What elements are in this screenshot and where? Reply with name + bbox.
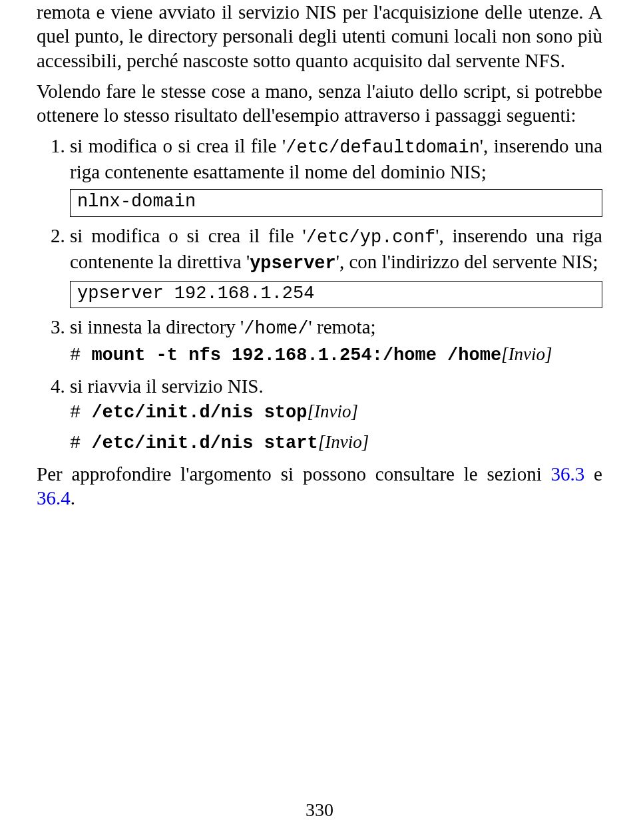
key-open: [ — [501, 344, 509, 364]
key-close: ] — [362, 432, 369, 452]
step-3-cmd-text: mount -t nfs 192.168.1.254:/home /home — [91, 345, 501, 365]
step-2-code-1: /etc/yp.conf — [306, 228, 435, 248]
step-1-codebox: nlnx-domain — [70, 189, 602, 217]
link-36-4[interactable]: 36.4 — [37, 487, 71, 509]
paragraph-2: Volendo fare le stesse cose a mano, senz… — [37, 79, 602, 128]
step-3-text-post: ' remota; — [309, 316, 376, 337]
prompt-hash: # — [70, 345, 91, 365]
step-1: si modifica o si crea il file '/etc/defa… — [70, 134, 602, 217]
step-2-text-pre: si modifica o si crea il file ' — [70, 225, 306, 246]
key-invio: Invio — [314, 401, 351, 421]
step-3-code: /home/ — [244, 319, 308, 339]
key-open: [ — [318, 432, 325, 452]
step-2-text-post: ', con l'indirizzo del servente NIS; — [336, 251, 598, 272]
step-3-command: # mount -t nfs 192.168.1.254:/home /home… — [70, 343, 602, 367]
footer-pre: Per approfondire l'argomento si possono … — [37, 463, 551, 485]
step-1-code: /etc/defaultdomain — [286, 138, 480, 158]
step-2-codebox: ypserver 192.168.1.254 — [70, 281, 602, 309]
step-4-cmd1-text: /etc/init.d/nis stop — [91, 403, 307, 423]
step-4-text: si riavvia il servizio NIS. — [70, 375, 264, 397]
step-4-cmd2-text: /etc/init.d/nis start — [91, 433, 318, 453]
key-invio: Invio — [509, 344, 545, 364]
key-open: [ — [307, 401, 314, 421]
step-4-command-1: # /etc/init.d/nis stop[Invio] — [70, 401, 602, 425]
step-1-text-pre: si modifica o si crea il file ' — [70, 135, 286, 156]
link-36-3[interactable]: 36.3 — [551, 463, 585, 485]
steps-list: si modifica o si crea il file '/etc/defa… — [37, 134, 602, 455]
step-2: si modifica o si crea il file '/etc/yp.c… — [70, 224, 602, 308]
page: remota e viene avviato il servizio NIS p… — [0, 0, 639, 840]
paragraph-footer: Per approfondire l'argomento si possono … — [37, 462, 602, 511]
step-4: si riavvia il servizio NIS. # /etc/init.… — [70, 374, 602, 455]
key-close: ] — [545, 344, 552, 364]
footer-post: . — [71, 487, 75, 509]
step-4-command-2: # /etc/init.d/nis start[Invio] — [70, 431, 602, 455]
paragraph-1: remota e viene avviato il servizio NIS p… — [37, 0, 602, 73]
key-invio: Invio — [325, 432, 361, 452]
step-3-text-pre: si innesta la directory ' — [70, 316, 244, 337]
step-2-code-2: ypserver — [250, 254, 336, 274]
step-3: si innesta la directory '/home/' remota;… — [70, 315, 602, 367]
prompt-hash: # — [70, 433, 91, 453]
key-close: ] — [351, 401, 358, 421]
footer-mid: e — [584, 463, 602, 485]
page-number: 330 — [0, 798, 639, 821]
prompt-hash: # — [70, 403, 91, 423]
